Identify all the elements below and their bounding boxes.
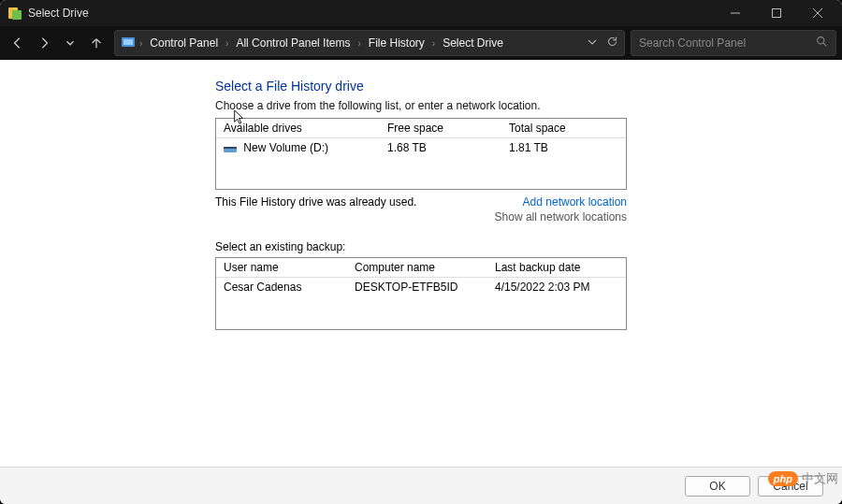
breadcrumb-item[interactable]: All Control Panel Items	[232, 35, 354, 51]
content-area: Select a File History drive Choose a dri…	[0, 60, 842, 467]
table-header: User name Computer name Last backup date	[216, 258, 626, 278]
chevron-down-icon[interactable]	[588, 36, 597, 50]
title-bar: Select Drive	[0, 0, 842, 26]
column-header-computer[interactable]: Computer name	[347, 258, 487, 277]
backup-row[interactable]: Cesar Cadenas DESKTOP-ETFB5ID 4/15/2022 …	[216, 278, 626, 296]
control-panel-icon	[121, 36, 136, 50]
search-input[interactable]	[639, 36, 816, 50]
drive-free: 1.68 TB	[380, 138, 501, 157]
instruction-text: Choose a drive from the following list, …	[215, 99, 541, 112]
backups-table: User name Computer name Last backup date…	[215, 257, 627, 330]
chevron-right-icon: ›	[430, 38, 437, 49]
close-button[interactable]	[797, 0, 838, 26]
drive-name: New Volume (D:)	[243, 141, 328, 154]
backup-date: 4/15/2022 2:03 PM	[487, 278, 626, 296]
show-all-link[interactable]: Show all network locations	[215, 210, 627, 223]
chevron-right-icon: ›	[356, 38, 362, 49]
backup-label: Select an existing backup:	[215, 240, 842, 253]
watermark-text: 中文网	[802, 470, 838, 487]
refresh-icon[interactable]	[606, 36, 618, 50]
drive-icon	[224, 144, 237, 153]
maximize-button[interactable]	[756, 0, 797, 26]
back-button[interactable]	[6, 31, 30, 55]
window-title: Select Drive	[28, 7, 89, 20]
drive-total: 1.81 TB	[501, 138, 626, 157]
address-bar[interactable]: › Control Panel › All Control Panel Item…	[114, 30, 625, 56]
column-header-total[interactable]: Total space	[501, 119, 626, 137]
recent-dropdown[interactable]	[58, 31, 82, 55]
svg-rect-3	[773, 9, 781, 18]
watermark-badge: php	[768, 471, 798, 486]
column-header-user[interactable]: User name	[216, 258, 347, 277]
app-icon	[7, 6, 22, 21]
page-title: Select a File History drive	[215, 79, 842, 94]
ok-button[interactable]: OK	[685, 476, 750, 497]
svg-rect-11	[224, 147, 237, 149]
backup-user: Cesar Cadenas	[216, 278, 347, 296]
svg-line-9	[823, 43, 826, 46]
up-button[interactable]	[84, 31, 109, 55]
chevron-right-icon: ›	[138, 38, 144, 49]
nav-bar: › Control Panel › All Control Panel Item…	[0, 26, 842, 60]
backup-computer: DESKTOP-ETFB5ID	[347, 278, 487, 296]
svg-rect-1	[12, 10, 22, 20]
chevron-right-icon: ›	[224, 38, 230, 49]
svg-point-8	[818, 37, 824, 44]
footer: OK Cancel php 中文网	[0, 467, 842, 504]
table-header: Available drives Free space Total space	[216, 119, 626, 138]
breadcrumb-item[interactable]: Control Panel	[146, 35, 222, 51]
breadcrumb-item[interactable]: Select Drive	[439, 35, 507, 51]
breadcrumb-item[interactable]: File History	[365, 35, 428, 51]
search-icon[interactable]	[816, 36, 828, 50]
column-header-date[interactable]: Last backup date	[487, 258, 626, 277]
minimize-button[interactable]	[715, 0, 756, 26]
watermark: php 中文网	[768, 470, 838, 487]
search-box[interactable]	[631, 30, 836, 56]
forward-button[interactable]	[32, 31, 56, 55]
column-header-free[interactable]: Free space	[380, 119, 501, 137]
svg-rect-7	[123, 39, 133, 45]
status-text: This File History drive was already used…	[215, 195, 416, 209]
add-network-link[interactable]: Add network location	[523, 195, 627, 209]
cursor-icon	[234, 110, 245, 125]
drives-table: Available drives Free space Total space …	[215, 118, 627, 190]
drive-row[interactable]: New Volume (D:) 1.68 TB 1.81 TB	[216, 138, 626, 157]
